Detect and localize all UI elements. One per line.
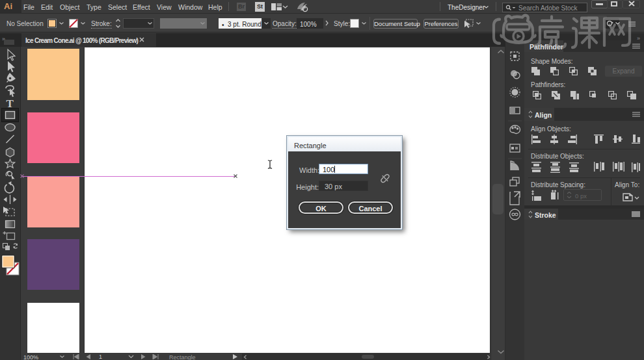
- svg-text:1: 1: [99, 354, 102, 359]
